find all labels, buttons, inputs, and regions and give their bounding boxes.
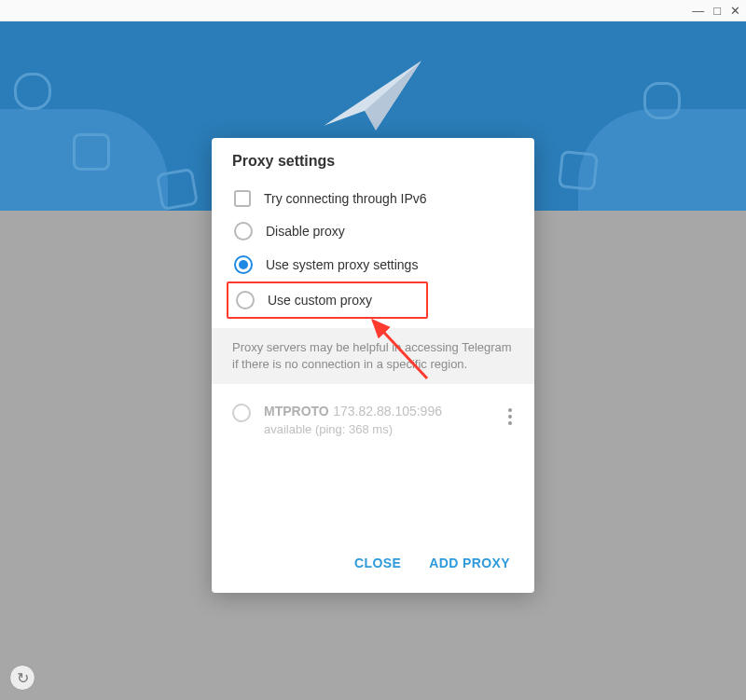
proxy-menu-button[interactable] — [499, 401, 521, 425]
proxy-entry-text: MTPROTO 173.82.88.105:996 available (pin… — [264, 401, 486, 437]
proxy-protocol: MTPROTO — [264, 404, 329, 419]
saved-proxy-list: MTPROTO 173.82.88.105:996 available (pin… — [212, 384, 534, 450]
option-ipv6[interactable]: Try connecting through IPv6 — [228, 183, 531, 214]
modal-scrim: Proxy settings Try connecting through IP… — [0, 0, 746, 700]
proxy-settings-dialog: Proxy settings Try connecting through IP… — [212, 138, 534, 593]
option-label: Use system proxy settings — [266, 257, 418, 272]
option-label: Use custom proxy — [268, 293, 372, 308]
option-label: Try connecting through IPv6 — [264, 191, 427, 206]
close-button[interactable]: CLOSE — [351, 550, 405, 576]
update-indicator[interactable]: ↻ — [9, 665, 35, 691]
radio-icon — [234, 222, 253, 240]
radio-icon — [232, 404, 251, 422]
app-window: — □ ✕ Proxy settings Try connecti — [0, 0, 746, 700]
annotation-highlight: Use custom proxy — [227, 281, 428, 319]
proxy-entry[interactable]: MTPROTO 173.82.88.105:996 available (pin… — [228, 395, 525, 443]
proxy-address: 173.82.88.105:996 — [333, 404, 442, 419]
proxy-options-list: Try connecting through IPv6 Disable prox… — [212, 181, 534, 328]
option-custom-proxy[interactable]: Use custom proxy — [232, 289, 419, 311]
option-label: Disable proxy — [266, 224, 345, 239]
option-disable-proxy[interactable]: Disable proxy — [228, 214, 531, 248]
proxy-info-text: Proxy servers may be helpful in accessin… — [212, 328, 534, 384]
option-system-proxy[interactable]: Use system proxy settings — [228, 248, 531, 281]
add-proxy-button[interactable]: ADD PROXY — [425, 550, 514, 576]
radio-icon — [236, 291, 255, 309]
checkbox-icon — [234, 190, 251, 207]
radio-icon — [234, 255, 253, 274]
proxy-status: available (ping: 368 ms) — [264, 421, 486, 438]
dialog-title: Proxy settings — [212, 138, 534, 181]
dialog-footer: CLOSE ADD PROXY — [212, 535, 534, 593]
